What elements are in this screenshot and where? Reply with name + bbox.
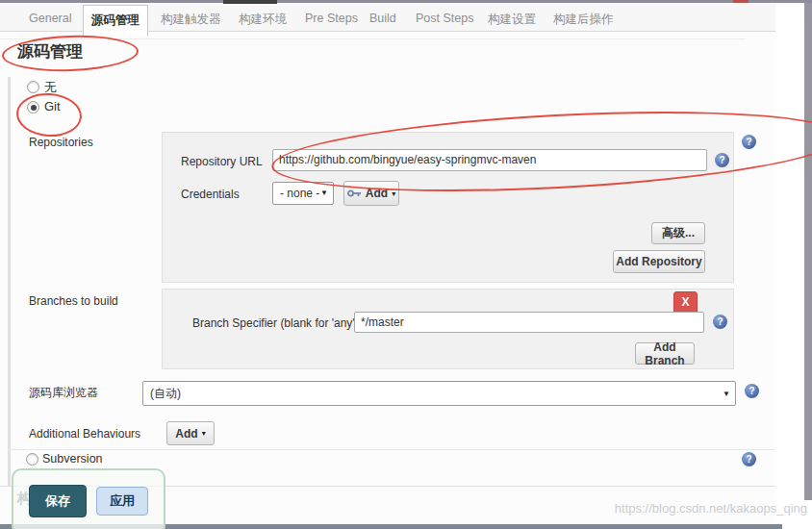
section-divider bbox=[8, 449, 775, 450]
radio-none[interactable] bbox=[27, 81, 39, 93]
apply-button[interactable]: 应用 bbox=[96, 487, 148, 516]
additional-behaviours-label: Additional Behaviours bbox=[29, 427, 140, 441]
save-button[interactable]: 保存 bbox=[29, 485, 87, 517]
tab-source-code-management-label: 源码管理 bbox=[91, 13, 140, 29]
add-branch-button[interactable]: Add Branch bbox=[635, 342, 695, 365]
repo-browser-select[interactable]: (自动) ▼ bbox=[142, 381, 736, 406]
tab-source-code-management[interactable]: 源码管理 bbox=[83, 5, 148, 36]
advanced-button[interactable]: 高级... bbox=[651, 222, 705, 244]
jenkins-config-page: General 构建触发器 构建环境 Pre Steps Build Post … bbox=[0, 0, 812, 529]
clipped-red-element bbox=[733, 0, 749, 3]
radio-subversion[interactable] bbox=[26, 453, 38, 466]
branches-section-label: Branches to build bbox=[29, 294, 118, 308]
repo-browser-help-icon[interactable]: ? bbox=[745, 384, 759, 398]
tab-build[interactable]: Build bbox=[369, 12, 396, 25]
tab-post-build[interactable]: 构建后操作 bbox=[553, 12, 614, 28]
window-top-border bbox=[0, 0, 812, 3]
add-branch-label: Add Branch bbox=[636, 340, 694, 367]
tab-build-triggers[interactable]: 构建触发器 bbox=[161, 12, 221, 28]
tab-general[interactable]: General bbox=[29, 12, 71, 25]
branch-specifier-label: Branch Specifier (blank for 'any') bbox=[192, 316, 359, 330]
branch-specifier-input[interactable]: */master bbox=[354, 312, 704, 333]
repositories-section-label: Repositories bbox=[29, 136, 93, 149]
add-behaviour-label: Add bbox=[175, 427, 197, 441]
subversion-help-icon[interactable]: ? bbox=[742, 452, 756, 466]
tab-build-settings[interactable]: 构建设置 bbox=[488, 12, 536, 28]
advanced-button-label: 高级... bbox=[662, 225, 695, 241]
add-behaviour-button[interactable]: Add ▾ bbox=[166, 421, 215, 445]
credentials-select-value: - none - bbox=[280, 187, 319, 200]
credentials-label: Credentials bbox=[181, 188, 240, 201]
select-caret-icon: ▼ bbox=[320, 183, 328, 204]
branches-help-icon[interactable]: ? bbox=[713, 315, 727, 329]
select-caret-icon: ▼ bbox=[723, 382, 730, 406]
repo-browser-value: (自动) bbox=[150, 387, 181, 400]
window-right-edge bbox=[804, 3, 812, 500]
config-tab-bar: General 构建触发器 构建环境 Pre Steps Build Post … bbox=[0, 4, 775, 32]
csdn-watermark: https://blog.csdn.net/kakaops_qing bbox=[615, 501, 807, 516]
git-block-indent-line bbox=[8, 77, 11, 486]
radio-subversion-label: Subversion bbox=[42, 452, 103, 466]
tab-post-steps[interactable]: Post Steps bbox=[416, 12, 473, 25]
tab-pre-steps[interactable]: Pre Steps bbox=[305, 12, 358, 25]
repository-url-label: Repository URL bbox=[181, 155, 263, 168]
add-repository-button[interactable]: Add Repository bbox=[613, 250, 705, 273]
key-icon bbox=[347, 189, 362, 198]
tab-build-env[interactable]: 构建环境 bbox=[239, 12, 287, 28]
credentials-select[interactable]: - none - ▼ bbox=[272, 182, 334, 205]
caret-down-icon: ▾ bbox=[202, 429, 206, 438]
add-repository-label: Add Repository bbox=[616, 255, 701, 268]
repo-browser-label: 源码库浏览器 bbox=[29, 385, 98, 401]
